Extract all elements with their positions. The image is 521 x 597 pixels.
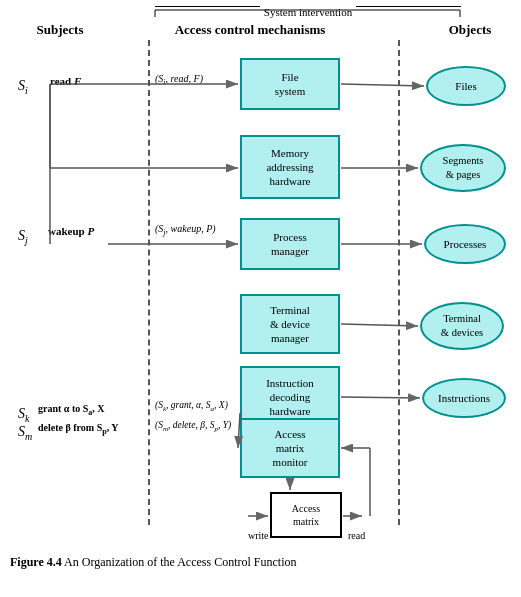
subject-sj: Sj: [18, 228, 28, 246]
process-manager-box: Processmanager: [240, 218, 340, 270]
files-ellipse: Files: [426, 66, 506, 106]
terminal-device-box: Terminal& devicemanager: [240, 294, 340, 354]
access-matrix-monitor-box: Accessmatrixmonitor: [240, 418, 340, 478]
figure-caption: Figure 4.4 An Organization of the Access…: [0, 547, 521, 576]
caption-text: An Organization of the Access Control Fu…: [62, 555, 297, 569]
tuple-sm: (Sm, delete, β, Sp, Y): [155, 420, 231, 433]
instructions-ellipse: Instructions: [422, 378, 506, 418]
action-wakeup-p: wakeup P: [48, 225, 94, 237]
processes-ellipse: Processes: [424, 224, 506, 264]
terminal-devices-ellipse: Terminal& devices: [420, 302, 504, 350]
dashed-line-right: [398, 40, 400, 525]
system-intervention-label: System intervention: [155, 6, 461, 19]
tuple-sk: (Sk, grant, α, Sa, X): [155, 400, 228, 413]
subject-sm: Sm: [18, 424, 32, 442]
subject-si: Si: [18, 78, 28, 96]
memory-addressing-box: Memoryaddressinghardware: [240, 135, 340, 199]
svg-line-12: [341, 324, 418, 326]
col-header-objects: Objects: [420, 22, 520, 38]
svg-line-6: [341, 84, 424, 86]
diagram-area: System intervention Subjects Access cont…: [0, 0, 521, 555]
segments-ellipse: Segments& pages: [420, 144, 506, 192]
write-label: write: [248, 530, 269, 541]
action-read-f: read F: [50, 75, 81, 87]
access-matrix-box: Accessmatrix: [270, 492, 342, 538]
subject-sk: Sk: [18, 406, 29, 424]
svg-line-13: [341, 397, 420, 398]
file-system-box: Filesystem: [240, 58, 340, 110]
tuple-sj: (Sj, wakeup, P): [155, 223, 216, 237]
dashed-line-left: [148, 40, 150, 525]
tuple-si: (Si, read, F): [155, 73, 203, 87]
action-delete: delete β from Sp, Y: [38, 422, 119, 436]
read-label: read: [348, 530, 365, 541]
caption-prefix: Figure 4.4: [10, 555, 62, 569]
col-header-mechanisms: Access control mechanisms: [120, 22, 380, 38]
col-header-subjects: Subjects: [0, 22, 120, 38]
action-grant: grant α to Sa, X: [38, 403, 105, 417]
